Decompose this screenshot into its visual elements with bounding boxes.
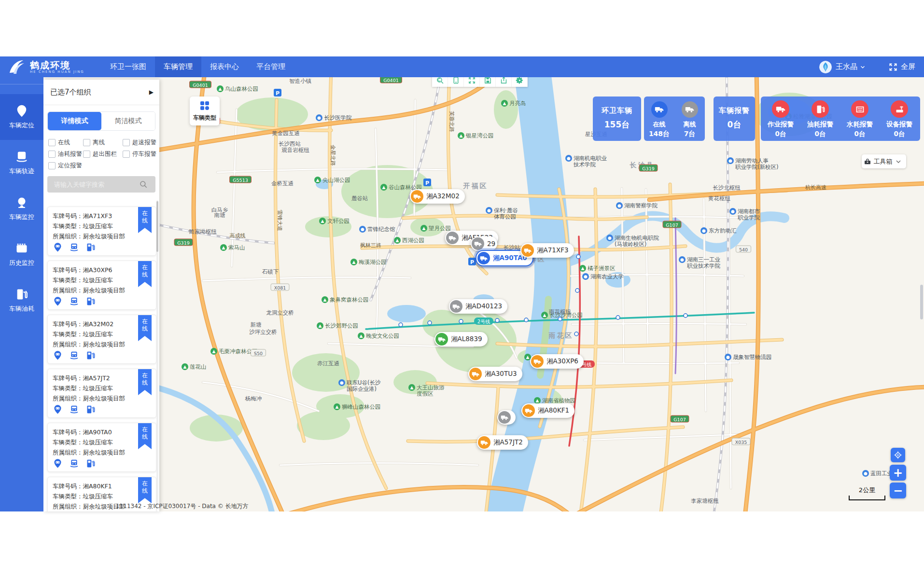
svg-text:▲: ▲ (212, 349, 216, 354)
svg-text:G0401: G0401 (383, 78, 399, 83)
fuel-icon[interactable] (85, 296, 96, 306)
panel-scrollbar-thumb[interactable] (156, 201, 158, 252)
svg-text:▲: ▲ (410, 385, 414, 390)
vehicle-card[interactable]: 车牌号码：湘A71XF3车辆类型：垃圾压缩车所属组织：厨余垃圾项目部在线 (47, 207, 156, 256)
tab-简洁模式[interactable]: 简洁模式 (101, 112, 155, 130)
vehicle-card[interactable]: 车牌号码：湘A30XP6车辆类型：垃圾压缩车所属组织：厨余垃圾项目部在线 (47, 261, 156, 310)
checkbox[interactable] (48, 151, 56, 158)
search-box[interactable] (47, 176, 155, 193)
svg-text:联东U谷(长沙国际企业港): 联东U谷(长沙国际企业港) (347, 379, 381, 392)
browser-scrollbar-thumb[interactable] (920, 285, 923, 319)
sidebar-item-历史监控[interactable]: 历史监控 (0, 232, 43, 277)
locate-button[interactable] (891, 448, 905, 462)
chevron-down-icon[interactable] (859, 64, 866, 70)
svg-text:雨花区: 雨花区 (548, 331, 574, 339)
svg-text:●: ● (864, 471, 868, 476)
truck-icon (446, 232, 459, 244)
svg-text:P: P (470, 259, 474, 265)
checkbox[interactable] (123, 139, 130, 146)
truck-icon (413, 193, 421, 201)
search-input[interactable] (53, 180, 136, 189)
truck-icon (655, 105, 664, 114)
pin-car-icon[interactable] (53, 404, 63, 414)
zoom-in-button[interactable]: + (890, 465, 906, 481)
zoom-out-button[interactable]: − (890, 483, 906, 498)
search-icon[interactable] (139, 180, 148, 189)
svg-text:●: ● (361, 227, 364, 232)
checkbox[interactable] (48, 139, 56, 146)
sidebar-item-车辆轨迹[interactable]: 车辆轨迹 (0, 140, 43, 186)
checkbox[interactable] (83, 139, 90, 146)
truck-icon (474, 240, 482, 248)
svg-text:金星北路: 金星北路 (330, 145, 336, 166)
marker-plate-label: 湘A71XF3 (537, 246, 569, 255)
map-canvas[interactable]: P P P 开福区芙蓉区长沙县天心区雨花区▲乌山森林公园▲月亮岛▲银星湾公园▲谷… (43, 73, 924, 511)
nav-item-报表中心[interactable]: 报表中心 (201, 56, 248, 77)
fuel-icon[interactable] (85, 242, 96, 252)
svg-text:金桥互通: 金桥互通 (271, 180, 294, 187)
marker-plate-label: 湘AL8839 (451, 335, 482, 344)
vehicle-marker-湘A30TU3[interactable]: 湘A30TU3 (468, 367, 522, 381)
vehicle-marker[interactable] (497, 410, 516, 425)
filter-定位报警[interactable]: 定位报警 (48, 160, 83, 171)
vehicle-marker-湘A80KF1[interactable]: 湘A80KF1 (521, 403, 574, 418)
pin-car-icon[interactable] (53, 242, 63, 252)
logo-icon (7, 57, 26, 77)
vehicle-marker-湘A57JT2[interactable]: 湘A57JT2 (477, 435, 528, 450)
fuel-icon[interactable] (85, 350, 96, 360)
filter-在线[interactable]: 在线 (48, 137, 83, 148)
vehicle-card[interactable]: 车牌号码：湘A90TA0车辆类型：垃圾压缩车所属组织：厨余垃圾项目部在线 (47, 423, 156, 472)
filter-超出围栏[interactable]: 超出围栏 (83, 148, 123, 160)
tablet-icon (452, 76, 460, 84)
track-icon[interactable] (69, 242, 79, 252)
avatar[interactable] (819, 61, 832, 73)
org-row: 所属组织：厨余垃圾项目部 (53, 447, 156, 457)
vehicle-marker-湘A71XF3[interactable]: 湘A71XF3 (520, 243, 574, 258)
sidebar-item-车辆监控[interactable]: 车辆监控 (0, 186, 43, 232)
svg-text:长沙西站: 长沙西站 (279, 140, 301, 147)
org-selector[interactable]: 已选7个组织 ▶ (43, 80, 159, 105)
filter-停车报警[interactable]: 停车报警 (123, 148, 156, 160)
svg-text:开福区: 开福区 (463, 182, 488, 190)
pin-car-icon[interactable] (53, 350, 63, 360)
pin-car-icon[interactable] (53, 296, 63, 306)
vehicle-marker-湘A32M02[interactable]: 湘A32M02 (410, 189, 465, 204)
sidebar-item-车辆油耗[interactable]: 车辆油耗 (0, 277, 43, 323)
expand-arrow-icon[interactable]: ▶ (149, 89, 154, 96)
vehicle-marker-29[interactable]: 29 (471, 236, 497, 251)
fuel-icon[interactable] (85, 404, 96, 414)
svg-text:枫林三路: 枫林三路 (360, 242, 381, 248)
checkbox[interactable] (83, 151, 90, 158)
main-nav: 环卫一张图车辆管理报表中心平台管理 (101, 56, 294, 77)
fullscreen-button[interactable]: 全屏 (888, 62, 915, 72)
sidebar-item-车辆定位[interactable]: 车辆定位 (0, 94, 43, 140)
filter-油耗报警[interactable]: 油耗报警 (48, 148, 83, 160)
vehicle-type-button[interactable]: 车辆类型 (190, 97, 220, 125)
svg-text:▲: ▲ (543, 313, 546, 318)
vehicle-marker-湘AD40123[interactable]: 湘AD40123 (449, 299, 507, 314)
water-icon (851, 100, 868, 118)
svg-text:尖山湖公园: 尖山湖公园 (322, 177, 350, 183)
fuel-icon[interactable] (85, 458, 96, 469)
filter-离线[interactable]: 离线 (83, 137, 123, 148)
fuel-icon (15, 288, 28, 301)
track-icon[interactable] (69, 350, 79, 360)
tab-详情模式[interactable]: 详情模式 (48, 112, 101, 130)
pin-car-icon[interactable] (53, 458, 63, 469)
track-icon[interactable] (69, 458, 79, 469)
checkbox[interactable] (48, 162, 56, 169)
user-name[interactable]: 王水晶 (836, 62, 857, 71)
vehicle-marker-湘A30XP6[interactable]: 湘A30XP6 (530, 354, 584, 369)
checkbox[interactable] (123, 151, 130, 158)
nav-item-车辆管理[interactable]: 车辆管理 (155, 56, 201, 77)
track-icon[interactable] (69, 404, 79, 414)
filter-超速报警[interactable]: 超速报警 (123, 137, 156, 148)
vehicle-card[interactable]: 车牌号码：湘A57JT2车辆类型：垃圾压缩车所属组织：厨余垃圾项目部在线 (47, 369, 156, 418)
vehicle-marker-湘AL8839[interactable]: 湘AL8839 (434, 332, 488, 346)
toolbox-button[interactable]: 工具箱 (862, 154, 906, 168)
nav-item-平台管理[interactable]: 平台管理 (248, 56, 294, 77)
nav-item-环卫一张图[interactable]: 环卫一张图 (101, 56, 155, 77)
track-icon[interactable] (69, 296, 79, 306)
svg-text:▲: ▲ (321, 219, 324, 223)
vehicle-card[interactable]: 车牌号码：湘A32M02车辆类型：垃圾压缩车所属组织：厨余垃圾项目部在线 (47, 315, 156, 364)
